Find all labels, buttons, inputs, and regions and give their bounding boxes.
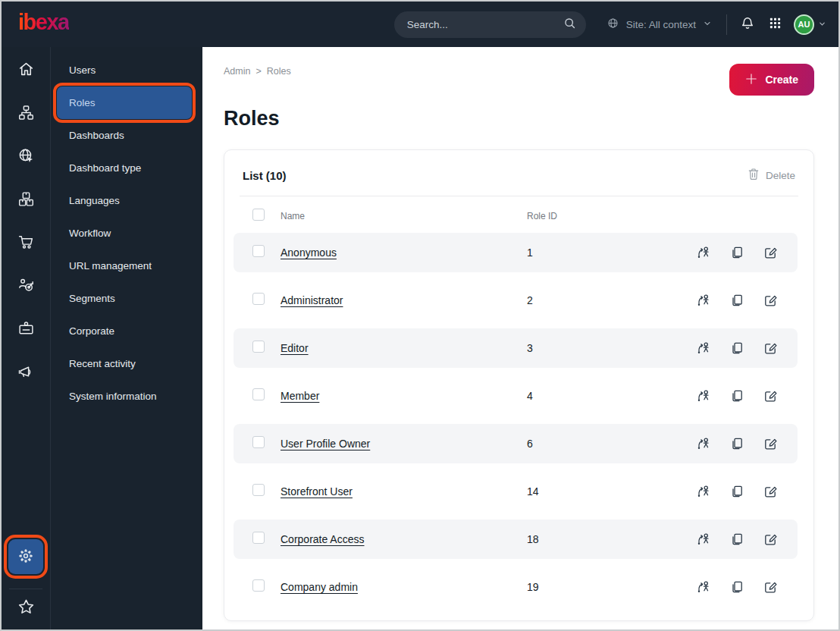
sidebar-item-corporate[interactable]: Corporate xyxy=(51,315,202,347)
copy-role-button[interactable] xyxy=(729,245,744,260)
assign-users-button[interactable] xyxy=(696,388,711,403)
ibexa-logo[interactable]: ibexa xyxy=(18,11,69,37)
breadcrumb-roles[interactable]: Roles xyxy=(267,66,291,77)
edit-role-button[interactable] xyxy=(763,532,778,547)
column-header-role-id: Role ID xyxy=(527,211,778,221)
sidebar-commerce-button[interactable] xyxy=(2,221,51,265)
notifications-button[interactable] xyxy=(740,16,755,33)
create-button[interactable]: Create xyxy=(729,64,814,96)
role-name-link[interactable]: Anonymous xyxy=(281,246,337,259)
copy-role-button[interactable] xyxy=(729,532,744,547)
globe-cursor-icon xyxy=(17,147,35,167)
sidebar-item-dashboards[interactable]: Dashboards xyxy=(51,119,202,152)
copy-role-button[interactable] xyxy=(729,484,744,499)
search-icon[interactable] xyxy=(563,17,576,33)
sidebar-item-system-information[interactable]: System information xyxy=(51,380,202,413)
row-checkbox[interactable] xyxy=(252,532,265,544)
user-menu[interactable]: AU xyxy=(794,14,826,35)
copy-role-button[interactable] xyxy=(729,388,744,403)
sidebar-site-button[interactable] xyxy=(2,135,51,178)
sidebar-bottom-divider xyxy=(9,589,42,589)
sidebar-item-segments[interactable]: Segments xyxy=(51,282,202,315)
copy-role-button[interactable] xyxy=(729,579,744,595)
assign-users-button[interactable] xyxy=(696,245,711,260)
edit-role-button[interactable] xyxy=(763,388,778,403)
assign-user-icon xyxy=(696,490,711,501)
sidebar-item-workflow[interactable]: Workflow xyxy=(51,217,202,250)
edit-role-button[interactable] xyxy=(763,436,778,451)
assign-user-icon xyxy=(696,251,711,262)
delete-button[interactable]: Delete xyxy=(748,168,795,183)
table-row: User Profile Owner 6 xyxy=(234,424,798,463)
sidebar-bookmarks-button[interactable] xyxy=(2,592,51,625)
sidebar-item-roles[interactable]: Roles xyxy=(57,86,192,119)
role-name-link[interactable]: User Profile Owner xyxy=(281,438,370,450)
copy-icon xyxy=(729,394,744,406)
role-name-link[interactable]: Storefront User xyxy=(281,485,353,498)
role-id-value: 3 xyxy=(527,342,696,354)
select-all-checkbox[interactable] xyxy=(252,209,265,221)
row-checkbox[interactable] xyxy=(252,436,265,448)
create-button-label: Create xyxy=(765,74,798,86)
row-checkbox[interactable] xyxy=(252,245,265,257)
sidebar-item-url-management[interactable]: URL management xyxy=(51,250,202,282)
role-id-value: 1 xyxy=(527,246,696,259)
sidebar-admin-button-highlighted[interactable] xyxy=(8,539,43,574)
topbar-divider xyxy=(726,14,727,35)
role-name-link[interactable]: Company admin xyxy=(281,581,358,593)
site-context-dropdown[interactable]: Site: All context xyxy=(606,17,712,32)
copy-role-button[interactable] xyxy=(729,436,744,451)
app-window: ibexa Site: All context xyxy=(0,0,840,631)
avatar[interactable]: AU xyxy=(794,14,814,35)
copy-role-button[interactable] xyxy=(729,293,744,308)
role-name-link[interactable]: Administrator xyxy=(281,294,343,306)
row-checkbox[interactable] xyxy=(252,341,265,353)
assign-user-icon xyxy=(696,347,711,358)
assign-users-button[interactable] xyxy=(696,341,711,356)
card-divider xyxy=(240,196,798,196)
global-search[interactable] xyxy=(394,11,586,38)
home-icon xyxy=(17,61,35,80)
sidebar-item-recent-activity[interactable]: Recent activity xyxy=(51,347,202,380)
role-name-link[interactable]: Member xyxy=(281,390,319,402)
sidebar-item-languages[interactable]: Languages xyxy=(51,184,202,217)
row-checkbox[interactable] xyxy=(252,484,265,496)
edit-role-button[interactable] xyxy=(763,245,778,260)
sidebar-marketing-button[interactable] xyxy=(2,351,51,394)
row-checkbox[interactable] xyxy=(252,579,265,592)
edit-icon xyxy=(763,442,778,454)
assign-users-button[interactable] xyxy=(696,436,711,451)
breadcrumb-admin[interactable]: Admin xyxy=(224,66,250,77)
main-content: Admin > Roles Create Roles List (10) xyxy=(202,47,838,629)
assign-users-button[interactable] xyxy=(696,579,711,595)
role-id-value: 4 xyxy=(527,390,696,402)
copy-icon xyxy=(729,585,744,597)
sidebar-personalization-button[interactable] xyxy=(2,265,51,308)
role-name-link[interactable]: Editor xyxy=(281,342,309,354)
table-row: Storefront User 14 xyxy=(234,472,798,511)
sidebar-products-button[interactable] xyxy=(2,178,51,221)
admin-menu: UsersRolesDashboardsDashboard typeLangua… xyxy=(51,47,202,629)
sidebar-corporate-button[interactable] xyxy=(2,308,51,351)
page-title: Roles xyxy=(224,107,814,130)
assign-users-button[interactable] xyxy=(696,532,711,547)
assign-users-button[interactable] xyxy=(696,293,711,308)
row-checkbox[interactable] xyxy=(252,388,265,400)
apps-grid-button[interactable] xyxy=(768,16,782,33)
breadcrumb: Admin > Roles xyxy=(224,66,291,77)
search-input[interactable] xyxy=(407,19,557,30)
copy-role-button[interactable] xyxy=(729,341,744,356)
edit-role-button[interactable] xyxy=(763,579,778,595)
role-name-link[interactable]: Corporate Access xyxy=(281,533,365,545)
sidebar-item-dashboard-type[interactable]: Dashboard type xyxy=(51,152,202,184)
row-checkbox[interactable] xyxy=(252,293,265,305)
sidebar-item-users[interactable]: Users xyxy=(51,54,202,86)
edit-role-button[interactable] xyxy=(763,484,778,499)
sidebar-content-button[interactable] xyxy=(2,92,51,135)
edit-role-button[interactable] xyxy=(763,341,778,356)
assign-users-button[interactable] xyxy=(696,484,711,499)
grid-icon xyxy=(768,16,782,33)
bell-icon xyxy=(740,16,755,33)
edit-role-button[interactable] xyxy=(763,293,778,308)
sidebar-home-button[interactable] xyxy=(2,49,51,92)
